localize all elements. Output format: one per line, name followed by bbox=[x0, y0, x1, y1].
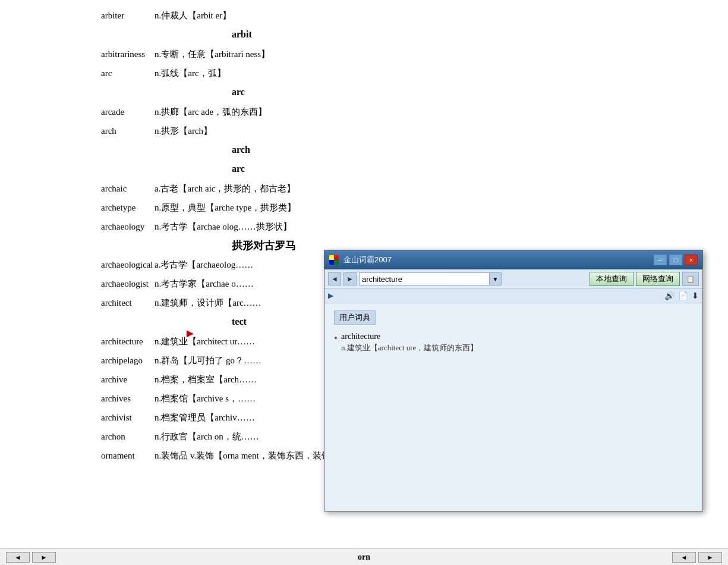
red-arrow-icon: ► bbox=[184, 324, 196, 343]
maximize-btn[interactable]: □ bbox=[669, 255, 682, 265]
popup-word-block: architecture n.建筑业【architect ure，建筑师的东西】 bbox=[341, 332, 478, 353]
word-archipelago: archipelago bbox=[24, 353, 155, 368]
popup-subbar: ▶ 🔊 📄 ⬇ bbox=[324, 289, 702, 303]
entry-arcade: arcade n.拱廊【arc ade，弧的东西】 bbox=[24, 102, 704, 121]
word-ornament: ornament bbox=[24, 448, 155, 463]
word-archive: archive bbox=[24, 372, 155, 387]
subbar-icons: 🔊 📄 ⬇ bbox=[664, 291, 699, 301]
bottom-next-btn[interactable]: ► bbox=[32, 552, 56, 563]
popup-title-icons: ─ □ × bbox=[654, 255, 698, 265]
net-query-btn[interactable]: 网络查询 bbox=[636, 272, 680, 286]
word-archaeological: archaeological bbox=[24, 258, 155, 272]
popup-word: architecture bbox=[341, 332, 478, 341]
bottom-prev-btn[interactable]: ◄ bbox=[6, 552, 30, 563]
search-input[interactable] bbox=[359, 272, 490, 285]
popup-toolbar: ◄ ► ▼ 本地查询 网络查询 📋 bbox=[324, 269, 702, 289]
def-arbitrariness: n.专断，任意【arbitrari ness】 bbox=[155, 47, 704, 61]
def-arcade: n.拱廊【arc ade，弧的东西】 bbox=[155, 105, 704, 119]
entry-archaeology: archaeology n.考古学【archae olog……拱形状】 bbox=[24, 217, 704, 236]
extra-icon-btn[interactable]: 📋 bbox=[682, 272, 699, 286]
bold-arc-1: arc bbox=[24, 83, 704, 102]
popup-bullet: ● bbox=[334, 334, 338, 341]
word-archivist: archivist bbox=[24, 410, 155, 425]
copy-icon[interactable]: 📄 bbox=[678, 291, 688, 301]
close-btn[interactable]: × bbox=[685, 255, 698, 265]
bold-arch: arch bbox=[24, 140, 704, 160]
word-architect: architect bbox=[24, 296, 155, 310]
down-icon[interactable]: ⬇ bbox=[692, 291, 699, 301]
entry-arch: arch n.拱形【arch】 bbox=[24, 121, 704, 140]
def-archetype: n.原型，典型【arche type，拱形类】 bbox=[155, 200, 704, 215]
entry-arc: arc n.弧线【arc，弧】 bbox=[24, 64, 704, 83]
forward-btn[interactable]: ► bbox=[343, 272, 357, 285]
def-arc: n.弧线【arc，弧】 bbox=[155, 66, 704, 80]
kingsoft-icon bbox=[329, 255, 339, 265]
search-container: ▼ bbox=[359, 272, 587, 285]
def-archaic: a.古老【arch aic，拱形的，都古老】 bbox=[155, 181, 704, 196]
def-arch: n.拱形【arch】 bbox=[155, 124, 704, 138]
bottom-right-next-btn[interactable]: ► bbox=[698, 552, 722, 563]
word-archetype: archetype bbox=[24, 200, 155, 215]
bottom-orn-label: orn bbox=[358, 553, 370, 562]
local-query-btn[interactable]: 本地查询 bbox=[590, 272, 634, 286]
search-dropdown-btn[interactable]: ▼ bbox=[490, 272, 502, 285]
word-archon: archon bbox=[24, 429, 155, 444]
volume-icon[interactable]: 🔊 bbox=[664, 291, 675, 301]
bottom-bar: ◄ ► orn ◄ ► bbox=[0, 548, 728, 565]
entry-archaic: archaic a.古老【arch aic，拱形的，都古老】 bbox=[24, 179, 704, 198]
entry-arbiter: arbiter n.仲裁人【arbit er】 bbox=[24, 6, 704, 25]
popup-window: 金山词霸2007 ─ □ × ◄ ► ▼ 本地查询 网络查询 📋 ▶ 🔊 📄 ⬇… bbox=[324, 250, 703, 511]
popup-title-text: 金山词霸2007 bbox=[343, 255, 392, 265]
def-arbiter: n.仲裁人【arbit er】 bbox=[155, 8, 704, 23]
popup-entry-def: n.建筑业【architect ure，建筑师的东西】 bbox=[341, 343, 478, 353]
word-archaeology: archaeology bbox=[24, 219, 155, 234]
popup-content: 用户词典 ● architecture n.建筑业【architect ure，… bbox=[324, 303, 702, 511]
word-arc: arc bbox=[24, 66, 155, 80]
entry-arbitrariness: arbitrariness n.专断，任意【arbitrari ness】 bbox=[24, 45, 704, 64]
user-dict-label: 用户词典 bbox=[334, 310, 376, 325]
subbar-left-arrow[interactable]: ▶ bbox=[328, 291, 333, 300]
word-arbitrariness: arbitrariness bbox=[24, 47, 155, 61]
word-archaic: archaic bbox=[24, 181, 155, 196]
word-arcade: arcade bbox=[24, 105, 155, 119]
bottom-nav-right: ◄ ► bbox=[672, 552, 722, 563]
entry-archetype: archetype n.原型，典型【arche type，拱形类】 bbox=[24, 198, 704, 217]
bottom-right-prev-btn[interactable]: ◄ bbox=[672, 552, 696, 563]
word-architecture: architecture bbox=[24, 334, 155, 349]
bold-arbit: arbit bbox=[24, 25, 704, 45]
def-archaeology: n.考古学【archae olog……拱形状】 bbox=[155, 219, 704, 234]
word-arbiter: arbiter bbox=[24, 8, 155, 23]
minimize-btn[interactable]: ─ bbox=[654, 255, 667, 265]
word-arch: arch bbox=[24, 124, 155, 138]
bottom-nav-left: ◄ ► bbox=[6, 552, 56, 563]
word-archives: archives bbox=[24, 391, 155, 406]
bold-arc-2: arc bbox=[24, 159, 704, 179]
word-archaeologist: archaeologist bbox=[24, 277, 155, 291]
back-btn[interactable]: ◄ bbox=[328, 272, 341, 285]
popup-titlebar: 金山词霸2007 ─ □ × bbox=[324, 250, 702, 269]
popup-entry: ● architecture n.建筑业【architect ure，建筑师的东… bbox=[334, 332, 693, 353]
